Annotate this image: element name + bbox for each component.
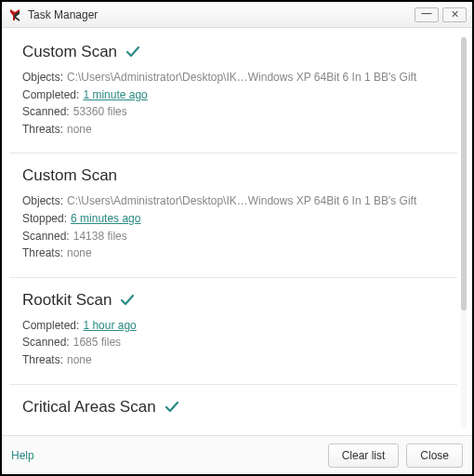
task-detail-row: Stopped:6 minutes ago (22, 210, 448, 228)
row-label: Objects: (22, 69, 63, 86)
window-buttons: — ✕ (415, 7, 467, 22)
titlebar: Task Manager — ✕ (2, 2, 472, 28)
close-button[interactable]: Close (406, 443, 463, 468)
task-item: Critical Areas Scan (9, 385, 457, 435)
time-link[interactable]: 1 minute ago (83, 86, 147, 104)
app-icon (7, 7, 22, 22)
row-label: Threats: (22, 121, 63, 139)
task-title: Critical Areas Scan (22, 398, 156, 416)
row-value: none (67, 351, 92, 369)
task-detail-row: Objects:C:\Users\Administrator\Desktop\I… (22, 69, 448, 86)
minimize-icon: — (422, 7, 432, 19)
task-title: Rootkit Scan (22, 291, 112, 310)
task-list: Custom ScanObjects:C:\Users\Administrato… (9, 33, 457, 435)
row-label: Scanned: (22, 228, 70, 245)
checkmark-icon (125, 44, 141, 60)
minimize-button[interactable]: — (415, 7, 439, 22)
row-label: Threats: (22, 351, 63, 369)
close-window-button[interactable]: ✕ (442, 7, 467, 22)
task-title: Custom Scan (22, 166, 117, 185)
close-icon: ✕ (451, 8, 459, 20)
task-title: Custom Scan (22, 43, 117, 61)
task-detail-row: Completed:1 minute ago (22, 86, 448, 104)
row-value: 53360 files (73, 103, 127, 121)
task-detail-row: Objects:C:\Users\Administrator\Desktop\I… (22, 192, 448, 210)
row-label: Scanned: (22, 334, 70, 351)
row-label: Threats: (22, 245, 63, 262)
row-label: Completed: (22, 317, 79, 335)
footer: Help Clear list Close (2, 435, 472, 474)
task-header: Critical Areas Scan (22, 398, 448, 416)
row-label: Objects: (22, 192, 63, 210)
task-detail-row: Threats:none (22, 351, 448, 369)
task-item: Custom ScanObjects:C:\Users\Administrato… (9, 153, 457, 277)
window-title: Task Manager (28, 8, 415, 21)
task-detail-row: Completed:1 hour ago (22, 317, 448, 335)
task-header: Custom Scan (22, 43, 448, 61)
time-link[interactable]: 6 minutes ago (71, 210, 140, 228)
clear-list-button[interactable]: Clear list (328, 443, 400, 468)
content-area: Custom ScanObjects:C:\Users\Administrato… (2, 28, 472, 435)
row-label: Completed: (22, 86, 79, 104)
task-item: Custom ScanObjects:C:\Users\Administrato… (9, 33, 457, 153)
row-value: none (67, 245, 92, 262)
time-link[interactable]: 1 hour ago (83, 317, 136, 335)
row-value: 1685 files (73, 334, 121, 351)
row-value: C:\Users\Administrator\Desktop\IK…Window… (67, 69, 416, 86)
scrollbar[interactable] (461, 37, 467, 428)
scrollbar-thumb[interactable] (461, 37, 467, 311)
task-detail-row: Threats:none (22, 121, 448, 139)
task-item: Rootkit ScanCompleted:1 hour agoScanned:… (9, 278, 457, 385)
task-header: Rootkit Scan (22, 291, 448, 310)
row-label: Stopped: (22, 210, 67, 228)
task-manager-window: Task Manager — ✕ Custom ScanObjects:C:\U… (0, 0, 474, 476)
task-detail-row: Scanned:14138 files (22, 228, 448, 245)
task-detail-row: Scanned:1685 files (22, 334, 448, 351)
checkmark-icon (164, 399, 180, 416)
row-label: Scanned: (22, 103, 70, 121)
checkmark-icon (119, 292, 136, 309)
help-link[interactable]: Help (11, 449, 321, 462)
row-value: none (67, 121, 92, 139)
row-value: 14138 files (73, 228, 127, 245)
task-header: Custom Scan (22, 166, 448, 185)
task-detail-row: Threats:none (22, 245, 448, 262)
task-detail-row: Scanned:53360 files (22, 103, 448, 121)
row-value: C:\Users\Administrator\Desktop\IK…Window… (67, 192, 416, 210)
